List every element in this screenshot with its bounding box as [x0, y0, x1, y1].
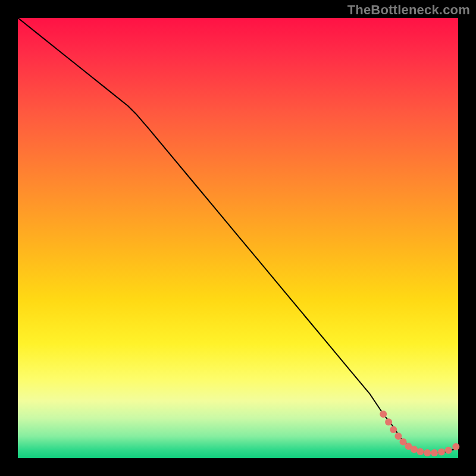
marker-point: [416, 448, 424, 455]
marker-point: [380, 411, 387, 418]
marker-group: [380, 411, 459, 456]
marker-point: [394, 433, 402, 440]
marker-point: [390, 426, 397, 433]
bottleneck-curve: [18, 18, 458, 453]
marker-point: [411, 446, 418, 453]
plot-overlay: [18, 18, 458, 458]
marker-point: [438, 449, 445, 456]
marker-point: [431, 449, 438, 456]
marker-point: [452, 443, 459, 450]
marker-point: [424, 449, 431, 456]
watermark-text: TheBottleneck.com: [347, 2, 470, 18]
marker-point: [445, 447, 452, 454]
marker-point: [385, 418, 392, 425]
chart-frame: TheBottleneck.com: [0, 0, 476, 476]
